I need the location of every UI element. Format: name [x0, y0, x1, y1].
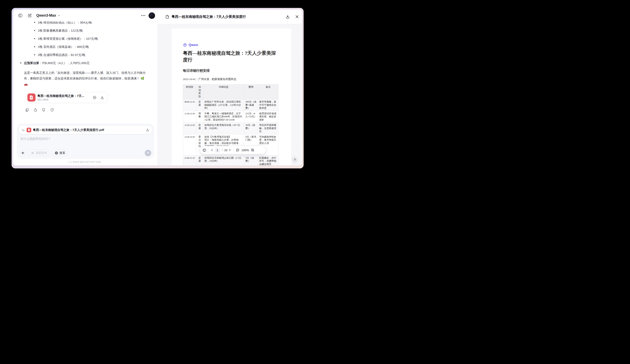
thumbs-down-button[interactable]: [42, 108, 46, 112]
send-button[interactable]: [145, 150, 151, 156]
close-icon[interactable]: [295, 14, 299, 19]
pdf-page-glyph: [30, 95, 34, 100]
chat-message-area[interactable]: 1晚 维也纳国际酒店（阳江）：364元/晚 1晚 阳春麓枫美豪酒店：122元/晚…: [13, 21, 158, 123]
app-window: 1晚 维也纳国际酒店（阳江）：364元/晚 1晚 阳春麓枫美豪酒店：122元/晚…: [12, 8, 304, 169]
more-options-button[interactable]: •••: [141, 14, 146, 17]
attachment-title: 粤西—桂东南秘境自驾之旅：7天...: [37, 94, 86, 98]
prev-page-button[interactable]: [210, 149, 214, 152]
thumbnails-toggle-button[interactable]: [202, 148, 206, 152]
chat-text-input[interactable]: 有什么我能帮您的吗？: [20, 137, 148, 141]
zoom-in-button[interactable]: [251, 148, 254, 152]
list-item-text: 2晚 合浦四季精品酒店：82.97元/晚: [38, 53, 85, 56]
cell-detail: 自驾前往北洛秘境山体公园（2.5公里，10分钟）: [203, 155, 244, 165]
download-icon[interactable]: [100, 96, 104, 100]
cell-time: 15:00-15:10: [183, 155, 196, 165]
ai-disclaimer: 人工智能生成的内容可能不准确。: [13, 161, 158, 164]
deep-think-toggle[interactable]: 深度思考: [28, 150, 50, 156]
preview-eye-icon[interactable]: [92, 95, 96, 100]
col-header-note: 备注: [258, 85, 278, 99]
list-item-text: 1晚 宜尚酒店（徐闻县城）：466元/晚: [38, 45, 89, 48]
preview-title-group: 粤西—桂东南秘境自驾之旅：7天人少景美深度行: [166, 14, 246, 19]
new-chat-button[interactable]: [26, 12, 34, 19]
user-avatar[interactable]: [148, 12, 155, 19]
search-label: 搜索: [60, 151, 65, 155]
page-number-input[interactable]: 1: [215, 148, 220, 153]
model-name: Qwen3-Max: [36, 13, 56, 18]
cell-type: 交通: [196, 155, 203, 165]
cell-note: 避开早高峰，途中可于服务区短暂休息: [258, 99, 278, 111]
attachment-actions: [92, 95, 104, 100]
hotel-price-list: 1晚 维也纳国际酒店（阳江）：364元/晚 1晚 阳春麓枫美豪酒店：122元/晚…: [13, 21, 158, 65]
assistant-message: 1晚 维也纳国际酒店（阳江）：364元/晚 1晚 阳春麓枫美豪酒店：122元/晚…: [13, 21, 158, 87]
cell-note: 推荐尝试本地清蒸石斑、椒盐皮皮虾: [258, 111, 278, 123]
chat-header: Qwen3-Max •••: [13, 9, 158, 21]
budget-item: 总预算估算：约6,600元（4人），人均约1,650元: [24, 61, 158, 65]
pdf-file-icon-small: [26, 128, 31, 132]
col-header-fee: 费用: [244, 85, 258, 99]
desktop-background: 1晚 维也纳国际酒店（阳江）：364元/晚 1晚 阳春麓枫美豪酒店：122元/晚…: [0, 0, 315, 182]
next-page-button[interactable]: [228, 149, 232, 152]
list-item: 1晚 宜尚酒店（徐闻县城）：466元/晚: [34, 44, 158, 49]
deep-think-icon: [31, 151, 34, 155]
col-header-time: 时间段: [183, 85, 196, 99]
deep-think-label: 深度思考: [36, 151, 47, 155]
attached-file-chip[interactable]: 粤西—桂东南秘境自驾之旅：7天人少景美深度行.pdf: [19, 126, 152, 134]
list-item: 1晚 阳春麓枫美豪酒店：122元/晚: [34, 28, 158, 33]
list-item: 2晚 合浦四季精品酒店：82.97元/晚: [34, 52, 158, 57]
help-button[interactable]: ?: [292, 157, 298, 163]
add-attachment-button[interactable]: [20, 150, 26, 156]
cell-fee: 30元（油费）: [244, 123, 258, 134]
reply-arrow-icon: [22, 128, 25, 132]
preview-title: 粤西—桂东南秘境自驾之旅：7天人少景美深度行: [172, 14, 246, 19]
globe-icon: [54, 151, 58, 155]
zoom-out-button[interactable]: [236, 148, 240, 152]
sidebar-toggle-button[interactable]: [16, 12, 24, 19]
cell-time: 12:30-13:20: [183, 123, 196, 134]
cell-type: 交通: [196, 99, 203, 111]
page-total: 10: [224, 149, 228, 152]
qwen-wordmark: Qwen: [188, 43, 198, 47]
doc-date-line: 2025-10-01：广州出发 · 初探海陵岛外围风光: [183, 77, 279, 81]
copy-button[interactable]: [25, 108, 29, 112]
bullet-dot: [34, 30, 35, 31]
regenerate-button[interactable]: [50, 108, 54, 112]
bullet-dot: [20, 62, 21, 63]
pdf-preview-panel: 粤西—桂东南秘境自驾之旅：7天人少景美深度行: [158, 9, 302, 165]
chat-panel: 1晚 维也纳国际酒店（阳江）：364元/晚 1晚 阳春麓枫美豪酒店：122元/晚…: [13, 9, 158, 165]
cell-fee: 300元（油费+高速费）: [244, 99, 258, 111]
doc-brand-row: Qwen: [183, 43, 279, 47]
thumbs-up-button[interactable]: [33, 108, 37, 112]
doc-section-heading: 每日详细行程安排: [183, 68, 279, 73]
table-row: 11:30-12:30 用餐 午餐：粤港又一城海鲜酒店，位于阳江江城区漠江路44…: [183, 111, 278, 123]
budget-label: 总预算估算: [24, 61, 39, 65]
doc-title: 粤西—桂东南秘境自驾之旅：7天人少景美深度行: [183, 50, 279, 63]
pdf-page: Qwen 粤西—桂东南秘境自驾之旅：7天人少景美深度行 每日详细行程安排 202…: [172, 28, 291, 165]
preview-header: 粤西—桂东南秘境自驾之旅：7天人少景美深度行: [158, 9, 302, 24]
bullet-dot: [34, 46, 35, 47]
zoom-level: 100%: [241, 149, 249, 152]
cell-note: 市区外环道路顺畅，注意限速变化: [258, 123, 278, 134]
search-toggle[interactable]: 搜索: [52, 150, 68, 156]
pdf-file-icon: [28, 93, 36, 102]
budget-value: ：约6,600元（4人），人均约1,650元: [39, 61, 90, 65]
cell-detail: 午餐：粤港又一城海鲜酒店，位于阳江江城区漠江路448号，距酒店约1公里，营业时间…: [203, 111, 244, 123]
document-viewer[interactable]: Qwen 粤西—桂东南秘境自驾之旅：7天人少景美深度行 每日详细行程安排 202…: [158, 24, 302, 165]
plus-icon: [21, 151, 24, 155]
page-separator: /: [222, 149, 223, 152]
app-surface: 1晚 维也纳国际酒店（阳江）：364元/晚 1晚 阳春麓枫美豪酒店：122元/晚…: [13, 9, 302, 165]
generated-pdf-card[interactable]: 粤西—桂东南秘境自驾之旅：7天... 582.18KB: [26, 92, 108, 103]
list-item: 1晚 斯维登度假公寓（徐闻角尾）：107元/晚: [34, 36, 158, 41]
model-selector[interactable]: Qwen3-Max: [36, 13, 60, 18]
col-header-type: 活动类型: [196, 85, 203, 99]
preview-actions: [285, 14, 299, 19]
bullet-dot: [34, 38, 35, 39]
qwen-logo-icon: [183, 43, 187, 47]
closing-paragraph: 这是一条真正意义上的「反向旅游」深度线路——避开人潮、深入冷门、自然与人文均衡分…: [13, 69, 158, 87]
cell-note: 距离极近，步行亦可，但携带物品建议驾车: [258, 155, 278, 165]
download-icon[interactable]: [146, 128, 150, 132]
list-item-text: 1晚 维也纳国际酒店（阳江）：364元/晚: [38, 21, 92, 24]
table-row: 15:00-15:10 交通 自驾前往北洛秘境山体公园（2.5公里，10分钟） …: [183, 155, 278, 165]
cell-time: 08:00-11:10: [183, 99, 196, 111]
cell-detail: 自驾前往大角湾海滨浴场（45.7公里，50分钟）: [203, 123, 244, 134]
download-icon[interactable]: [285, 14, 290, 19]
